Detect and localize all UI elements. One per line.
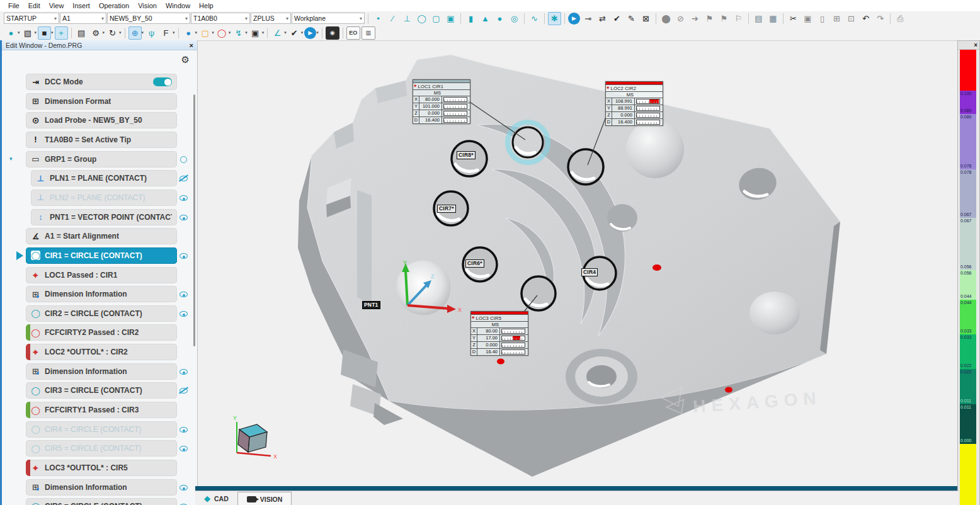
- pattern-icon[interactable]: ⊡: [845, 12, 858, 25]
- rotate-view-icon[interactable]: ↻: [106, 26, 119, 40]
- command-button[interactable]: ◯CIR6 = CIRCLE (CONTACT): [26, 498, 177, 505]
- chevron-down-icon[interactable]: ▾: [103, 30, 105, 35]
- eye-off-icon[interactable]: [179, 174, 189, 183]
- chevron-down-icon[interactable]: ▾: [142, 30, 144, 35]
- command-item-dimension[interactable]: ⊞Dimension Information: [26, 479, 191, 496]
- combo-startup[interactable]: STARTUP▾: [4, 13, 59, 24]
- execute-feature-icon[interactable]: ⊸: [581, 12, 595, 25]
- dimension-label-loc2[interactable]: ⌖LOC2 CIR2MSX108.991Y88.991Z0.000D16.400: [605, 81, 663, 126]
- feature-circle-cir1-glow[interactable]: [508, 122, 548, 162]
- line-feature-icon[interactable]: ∕: [386, 12, 399, 25]
- graph-analysis-icon[interactable]: ↯: [232, 26, 245, 40]
- command-item-dimension[interactable]: ⊞Dimension Format: [26, 93, 191, 110]
- eye-icon[interactable]: [179, 502, 189, 505]
- paste-special-icon[interactable]: ⊞: [830, 12, 843, 25]
- dimension-label-loc1[interactable]: ⌖LOC1 CIR1MSX80.000Y101.000Z0.000D16.400: [413, 79, 470, 124]
- solid-cube-icon[interactable]: ■: [38, 26, 51, 40]
- command-button[interactable]: ⊥PLN2 = PLANE (CONTACT): [31, 190, 177, 206]
- gage-circle-icon[interactable]: ◯: [215, 26, 229, 40]
- chevron-down-icon[interactable]: ▾: [229, 30, 231, 35]
- eye-icon[interactable]: [179, 444, 189, 453]
- eye-icon[interactable]: [179, 213, 189, 222]
- command-button[interactable]: ◯CIR4 = CIRCLE (CONTACT): [26, 421, 177, 438]
- command-button[interactable]: ⌖LOC3 *OUTTOL* : CIR5: [26, 460, 177, 476]
- eye-off-icon[interactable]: [179, 386, 189, 395]
- wireframe-cube-icon[interactable]: ▧: [21, 26, 35, 40]
- command-button[interactable]: ⊙Load Probe - NEW5_BY_50: [26, 112, 177, 128]
- plane-feature-icon[interactable]: ⊥: [401, 12, 414, 25]
- execute-program-icon[interactable]: ▶: [568, 13, 580, 25]
- command-item-cir2[interactable]: ◯CIR2 = CIRCLE (CONTACT): [26, 305, 191, 322]
- point-feature-icon[interactable]: •: [372, 12, 385, 25]
- command-item-dimension[interactable]: ⊞Dimension Information: [26, 363, 191, 380]
- feature-tag-cir7[interactable]: CIR7*: [437, 205, 456, 213]
- mark-done-icon[interactable]: ✔: [610, 12, 624, 25]
- combo-workplane[interactable]: Workplane▾: [292, 13, 365, 24]
- sphere-display-icon[interactable]: ●: [182, 26, 195, 40]
- eye-icon[interactable]: [179, 193, 189, 202]
- tab-cad[interactable]: ◆ CAD: [195, 491, 237, 505]
- print-icon[interactable]: ⎙: [894, 12, 907, 25]
- copy-icon[interactable]: ▣: [801, 12, 814, 25]
- feature-display-icon[interactable]: F: [159, 26, 173, 40]
- bookmark-icon[interactable]: ⚑: [703, 12, 716, 25]
- menu-operation[interactable]: Operation: [94, 1, 134, 11]
- chevron-down-icon[interactable]: ▾: [301, 30, 304, 35]
- chevron-down-icon[interactable]: ▾: [185, 16, 188, 21]
- eye-icon[interactable]: [179, 251, 189, 260]
- command-button[interactable]: ◯CIR3 = CIRCLE (CONTACT): [26, 382, 177, 399]
- chevron-down-icon[interactable]: ▾: [101, 16, 104, 21]
- command-item-cir3[interactable]: ◯CIR3 = CIRCLE (CONTACT): [26, 382, 191, 399]
- cad-viewport[interactable]: HEXAGON Y Z X Y X: [195, 40, 959, 486]
- eye-icon[interactable]: [179, 483, 189, 492]
- break-icon[interactable]: ⊘: [674, 12, 687, 25]
- chevron-down-icon[interactable]: ▾: [173, 30, 175, 35]
- chevron-down-icon[interactable]: ▾: [35, 30, 37, 35]
- command-item-pln2[interactable]: ⊥PLN2 = PLANE (CONTACT): [31, 190, 191, 206]
- menu-edit[interactable]: Edit: [24, 1, 45, 11]
- command-button[interactable]: ◯FCFCIRTY1 Passed : CIR3: [26, 402, 177, 418]
- combo-zplus[interactable]: ZPLUS▾: [251, 13, 291, 24]
- menu-window[interactable]: Window: [161, 1, 195, 11]
- pan-view-icon[interactable]: +: [55, 26, 68, 40]
- feature-tag-cir8[interactable]: CIR8*: [457, 151, 476, 159]
- probe-mode-icon[interactable]: ●: [4, 26, 18, 40]
- clear-marked-icon[interactable]: ⊠: [639, 12, 652, 25]
- report-eo-icon[interactable]: EO: [346, 26, 360, 40]
- command-button[interactable]: ⊞Dimension Format: [26, 93, 177, 110]
- gage-square-icon[interactable]: ▢: [198, 26, 212, 40]
- command-button[interactable]: ∡A1 = Start Alignment: [26, 228, 177, 244]
- snapshot-camera-icon[interactable]: ◉: [326, 26, 339, 40]
- eye-icon[interactable]: [179, 425, 189, 434]
- checkmark-icon[interactable]: ✔: [288, 26, 301, 40]
- menu-vision[interactable]: Vision: [134, 1, 161, 11]
- curve-feature-icon[interactable]: ∿: [528, 12, 541, 25]
- command-item-dcc[interactable]: ⇥DCC Mode: [26, 74, 191, 90]
- eye-icon[interactable]: [179, 309, 189, 318]
- close-icon[interactable]: ×: [974, 42, 977, 48]
- command-item-load[interactable]: ⊙Load Probe - NEW5_BY_50: [26, 112, 191, 128]
- combo-probe-file[interactable]: NEW5_BY_50▾: [107, 13, 190, 24]
- command-item-pnt1[interactable]: ↕PNT1 = VECTOR POINT (CONTACT): [31, 209, 191, 225]
- eye-icon[interactable]: [179, 290, 189, 298]
- command-button[interactable]: ⊞Dimension Information: [26, 286, 177, 302]
- chevron-down-icon[interactable]: ▾: [54, 16, 57, 21]
- feature-circle-cir5[interactable]: [521, 276, 556, 310]
- report-window-icon[interactable]: ▤: [752, 12, 765, 25]
- command-button[interactable]: ⊥PLN1 = PLANE (CONTACT): [31, 170, 177, 186]
- chevron-down-icon[interactable]: ▾: [245, 16, 248, 21]
- chevron-down-icon[interactable]: ▾: [316, 30, 319, 35]
- redo-icon[interactable]: ↷: [874, 12, 887, 25]
- sphere-feature-icon[interactable]: ●: [493, 12, 506, 25]
- chevron-down-icon[interactable]: ▾: [360, 16, 362, 21]
- chevron-down-icon[interactable]: ▾: [262, 30, 265, 35]
- paste-icon[interactable]: ▯: [816, 12, 829, 25]
- command-button[interactable]: ◯CIR2 = CIRCLE (CONTACT): [26, 305, 177, 322]
- auto-feature-icon[interactable]: ✱: [548, 12, 561, 25]
- command-item-pln1[interactable]: ⊥PLN1 = PLANE (CONTACT): [31, 170, 191, 186]
- command-button[interactable]: ◯CIR5 = CIRCLE (CONTACT): [26, 440, 177, 457]
- menu-insert[interactable]: Insert: [68, 1, 94, 11]
- chevron-down-icon[interactable]: ▾: [245, 30, 248, 35]
- dcc-mode-toggle[interactable]: [153, 77, 172, 86]
- chevron-down-icon[interactable]: ▾: [212, 30, 214, 35]
